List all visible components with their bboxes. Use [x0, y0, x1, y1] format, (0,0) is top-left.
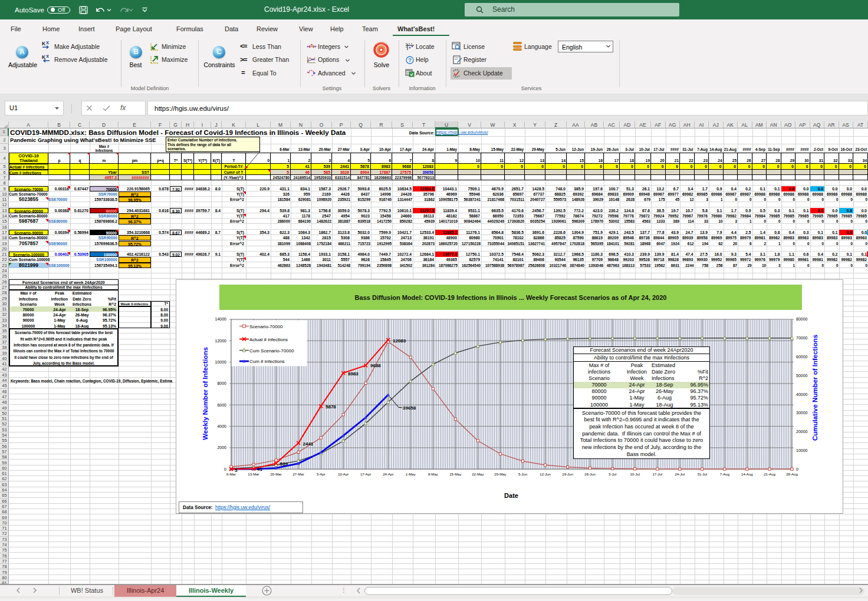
svg-text:Cum # infections: Cum # infections	[249, 359, 285, 364]
svg-text:9688: 9688	[370, 363, 381, 368]
svg-text:27-Mar: 27-Mar	[292, 472, 304, 476]
svg-text:40000: 40000	[796, 392, 808, 397]
svg-text:1-May: 1-May	[406, 472, 416, 476]
svg-text:539: 539	[280, 461, 288, 467]
svg-text:17-Jul: 17-Jul	[652, 472, 662, 476]
svg-text:12000: 12000	[215, 339, 227, 343]
svg-text:4000: 4000	[217, 424, 226, 428]
svg-text:31-Jul: 31-Jul	[697, 472, 707, 476]
svg-text:39658: 39658	[403, 405, 416, 411]
svg-text:30000: 30000	[796, 411, 808, 415]
svg-text:3-Jul: 3-Jul	[609, 472, 616, 476]
svg-text:10000: 10000	[215, 360, 227, 364]
svg-text:Scenario-70000: Scenario-70000	[249, 324, 283, 329]
svg-text:Cumulative Number of Infection: Cumulative Number of Infections	[811, 335, 818, 441]
svg-text:22-May: 22-May	[472, 472, 484, 476]
svg-text:10-Apr: 10-Apr	[338, 472, 348, 476]
svg-text:80000: 80000	[796, 317, 808, 321]
svg-text:6000: 6000	[217, 403, 226, 407]
svg-text:13-Mar: 13-Mar	[248, 472, 259, 476]
svg-text:26-Jun: 26-Jun	[584, 472, 596, 476]
svg-text:2441: 2441	[303, 441, 314, 447]
svg-text:3-Apr: 3-Apr	[317, 472, 326, 476]
svg-text:60000: 60000	[796, 355, 808, 359]
svg-text:8000: 8000	[217, 381, 226, 385]
svg-text:20-Mar: 20-Mar	[270, 472, 281, 476]
svg-text:14-Aug: 14-Aug	[741, 472, 753, 476]
svg-text:Cum Scenario-70000: Cum Scenario-70000	[249, 348, 294, 354]
svg-text:17-Apr: 17-Apr	[360, 472, 371, 476]
svg-text:?: ?	[408, 57, 412, 63]
svg-text:2000: 2000	[217, 445, 226, 450]
svg-text:41: 41	[257, 467, 262, 472]
svg-text:70000: 70000	[796, 336, 808, 340]
svg-text:10-Jul: 10-Jul	[630, 472, 640, 476]
svg-text:Bass Diffusion Model: COVID-19: Bass Diffusion Model: COVID-19 Infection…	[355, 294, 667, 301]
svg-text:21-Aug: 21-Aug	[764, 472, 775, 476]
svg-text:24-Apr: 24-Apr	[383, 472, 393, 476]
svg-text:14000: 14000	[215, 317, 227, 321]
svg-text:29-May: 29-May	[494, 472, 507, 476]
svg-text:7-Aug: 7-Aug	[720, 472, 729, 476]
svg-text:24-Jul: 24-Jul	[675, 472, 685, 476]
svg-text:20000: 20000	[796, 430, 808, 434]
svg-text:12-Jun: 12-Jun	[540, 472, 551, 476]
svg-text:Actual # infections: Actual # infections	[249, 337, 288, 342]
svg-text:8-May: 8-May	[428, 472, 439, 476]
svg-text:5878: 5878	[326, 404, 336, 410]
svg-text:19-Jun: 19-Jun	[562, 472, 573, 476]
svg-text:8983: 8983	[348, 371, 359, 377]
svg-text:50000: 50000	[796, 374, 808, 378]
svg-text:5-Jun: 5-Jun	[518, 472, 527, 476]
svg-text:5: 5	[235, 468, 238, 473]
svg-text:0: 0	[796, 467, 798, 471]
svg-text:10000: 10000	[796, 448, 808, 453]
svg-text:28-Aug: 28-Aug	[786, 472, 798, 476]
svg-text:Date: Date	[504, 492, 518, 499]
svg-text:0: 0	[224, 467, 226, 471]
svg-text:Weekly Number of Infections: Weekly Number of Infections	[202, 347, 209, 440]
svg-text:12083: 12083	[393, 338, 406, 344]
svg-text:15-May: 15-May	[449, 472, 462, 476]
